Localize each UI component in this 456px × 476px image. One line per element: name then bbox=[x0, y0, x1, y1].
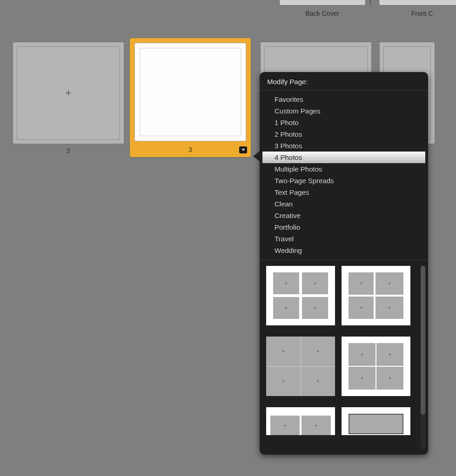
photo-slot: + bbox=[376, 272, 403, 295]
photo-slot: + bbox=[376, 343, 403, 366]
layout-template-2[interactable]: + + + + bbox=[342, 266, 410, 325]
template-scrollbar[interactable] bbox=[421, 266, 425, 449]
page-options-button[interactable] bbox=[239, 146, 247, 153]
page-number-label: 2 bbox=[13, 147, 124, 154]
category-text-pages[interactable]: Text Pages bbox=[260, 186, 428, 198]
photo-slot bbox=[376, 415, 402, 433]
photo-slot: + bbox=[349, 367, 376, 390]
category-custom-pages[interactable]: Custom Pages bbox=[260, 105, 428, 117]
photo-slot: + bbox=[302, 297, 328, 319]
layout-template-4[interactable]: + + + + bbox=[342, 337, 410, 396]
category-creative[interactable]: Creative bbox=[260, 210, 428, 221]
modify-page-popover: Modify Page: Favorites Custom Pages 1 Ph… bbox=[260, 72, 428, 455]
cover-strip: Back Cover Front C bbox=[279, 0, 456, 6]
front-cover-thumb[interactable]: Front C bbox=[379, 0, 456, 6]
category-clean[interactable]: Clean bbox=[260, 198, 428, 210]
photo-slot: + bbox=[376, 367, 403, 390]
front-cover-label: Front C bbox=[379, 10, 456, 17]
category-two-page-spreads[interactable]: Two-Page Spreads bbox=[260, 175, 428, 186]
category-2-photos[interactable]: 2 Photos bbox=[260, 128, 428, 140]
category-wedding[interactable]: Wedding bbox=[260, 245, 428, 256]
popover-arrow-icon bbox=[253, 151, 260, 161]
scrollbar-thumb[interactable] bbox=[421, 266, 425, 415]
photo-slot: + bbox=[349, 343, 376, 366]
layout-category-list: Favorites Custom Pages 1 Photo 2 Photos … bbox=[260, 91, 428, 260]
layout-template-1[interactable]: + + + + bbox=[266, 266, 335, 325]
photo-slot: + bbox=[301, 366, 335, 396]
template-grid-area: + + + + + + + + + + bbox=[260, 260, 428, 455]
layout-template-3[interactable]: + + + + bbox=[266, 337, 335, 396]
category-travel[interactable]: Travel bbox=[260, 233, 428, 245]
photo-slot: + bbox=[301, 337, 335, 366]
category-multiple-photos[interactable]: Multiple Photos bbox=[260, 163, 428, 175]
layout-template-5[interactable]: + + bbox=[266, 407, 335, 435]
category-3-photos[interactable]: 3 Photos bbox=[260, 140, 428, 152]
photo-slot: + bbox=[376, 297, 403, 319]
layout-template-6[interactable] bbox=[342, 407, 410, 435]
photo-slot bbox=[349, 415, 376, 433]
page-thumb-3-selected[interactable]: 3 bbox=[134, 42, 251, 157]
photo-slot: + bbox=[266, 366, 301, 396]
category-favorites[interactable]: Favorites bbox=[260, 93, 428, 105]
cover-divider bbox=[369, 0, 371, 6]
photo-slot: + bbox=[302, 416, 331, 435]
popover-title: Modify Page: bbox=[260, 72, 428, 91]
page-number-label: 3 bbox=[130, 146, 251, 153]
photo-slot: + bbox=[270, 416, 300, 435]
photo-slot: + bbox=[349, 272, 374, 295]
category-portfolio[interactable]: Portfolio bbox=[260, 221, 428, 233]
back-cover-thumb[interactable]: Back Cover bbox=[279, 0, 366, 6]
photo-slot: + bbox=[273, 272, 299, 294]
photo-slot: + bbox=[302, 272, 328, 294]
photo-slot: + bbox=[266, 337, 301, 366]
category-4-photos[interactable]: 4 Photos bbox=[262, 152, 425, 163]
photo-slot: + bbox=[349, 297, 374, 319]
category-1-photo[interactable]: 1 Photo bbox=[260, 117, 428, 128]
page-thumb-2[interactable]: + 2 bbox=[13, 42, 124, 154]
photo-slot: + bbox=[273, 297, 299, 319]
back-cover-label: Back Cover bbox=[280, 10, 365, 17]
